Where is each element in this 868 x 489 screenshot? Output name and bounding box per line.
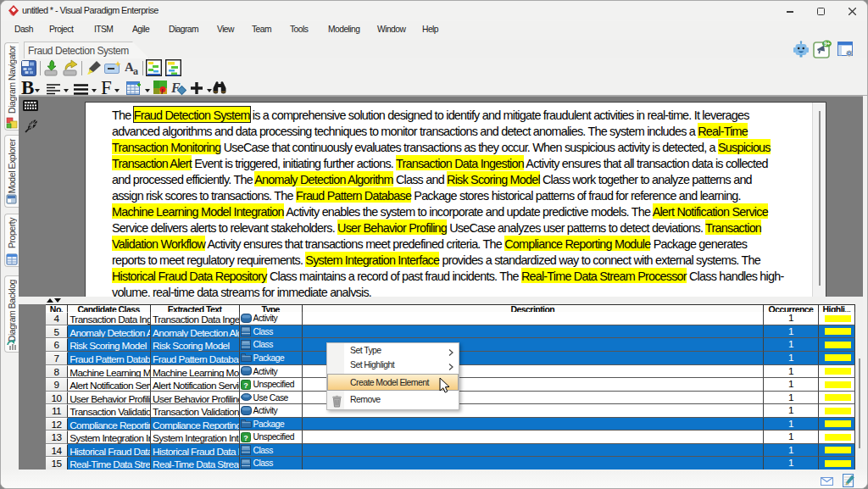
svg-text:F: F [171,81,181,95]
svg-text:a: a [133,65,138,75]
svg-text:9+: 9+ [824,41,831,47]
svg-text:?: ? [243,433,248,442]
svg-text:?: ? [243,381,248,389]
